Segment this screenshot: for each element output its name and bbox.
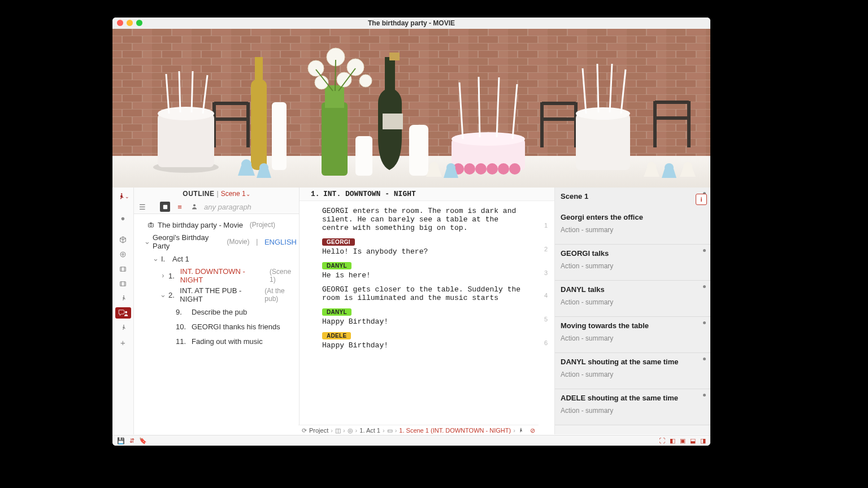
script-block[interactable]: DANYLHe is here!3 <box>300 256 554 280</box>
summary-card[interactable]: DANYL shouting at the same timeAction - … <box>555 353 710 389</box>
character-tag: DANYL <box>322 308 351 316</box>
script-block[interactable]: DANYLHappy Birthday!5 <box>300 302 554 326</box>
summary-card[interactable]: Moving towards the tableAction - summary <box>555 317 710 353</box>
tree-scene-2[interactable]: ⌄ 2. INT. AT THE PUB - NIGHT (At the pub… <box>136 285 297 304</box>
film-icon[interactable] <box>115 263 131 274</box>
svg-rect-32 <box>409 125 428 176</box>
script-block[interactable]: ADELEHappy Birthday!6 <box>300 326 554 350</box>
save-icon[interactable]: 💾 <box>117 437 125 445</box>
svg-point-35 <box>464 163 475 175</box>
stop-icon[interactable]: ⊘ <box>530 427 535 434</box>
sync-icon[interactable]: ⟳ <box>302 427 307 434</box>
cube-icon: ◫ <box>335 427 341 434</box>
script-block[interactable]: GEORGI enters the room. The room is dark… <box>300 201 554 232</box>
film-icon-2[interactable] <box>115 278 131 289</box>
info-button[interactable]: i <box>696 194 707 205</box>
language-button[interactable]: ENGLISH <box>264 238 297 246</box>
card-meta: Action - summary <box>561 371 705 378</box>
tree-beat[interactable]: 10. GEORGI thanks his friends <box>136 319 297 334</box>
summary-card[interactable]: Scene 1Georgi enters the officeAction - … <box>555 188 710 245</box>
card-status-dot <box>703 394 706 396</box>
dot-icon[interactable]: ● <box>115 212 131 224</box>
tree-screenplay[interactable]: ⌄ Georgi's Birthday Party (Movie) | ENGL… <box>136 232 297 251</box>
svg-rect-18 <box>322 102 348 176</box>
panel-left-icon[interactable]: ◧ <box>670 437 675 445</box>
card-meta: Action - summary <box>561 334 705 342</box>
chevron-down-icon[interactable]: ⌄ <box>160 290 166 299</box>
chevron-down-icon[interactable]: ⌄ <box>144 237 150 246</box>
card-subtitle: Georgi enters the office <box>561 213 705 221</box>
panel-right-icon[interactable]: ◨ <box>700 437 706 445</box>
tree-toggle-icon[interactable]: ⇵ <box>129 437 134 445</box>
tree-beat[interactable]: 9. Describe the pub <box>136 304 297 319</box>
dialogue-text: He is here! <box>322 271 524 280</box>
crumb-act[interactable]: 1. Act 1 <box>359 427 380 434</box>
bookmark-icon[interactable]: 🔖 <box>139 437 147 445</box>
speech-person-icon[interactable] <box>115 307 131 319</box>
script-body[interactable]: 1. INT. DOWNTOWN - NIGHT GEORGI enters t… <box>300 188 554 434</box>
card-title: ADELE shouting at the same time <box>561 394 705 402</box>
filter-card-icon[interactable] <box>160 202 170 212</box>
crumb-project[interactable]: Project <box>309 427 328 434</box>
scene-heading[interactable]: 1. INT. DOWNTOWN - NIGHT <box>300 188 554 201</box>
script-block[interactable]: GEORGIHello! Is anybody there?2 <box>300 232 554 256</box>
card-meta: Action - summary <box>561 407 705 415</box>
app-window: The birthday party - MOVIE <box>112 18 710 446</box>
block-number: 3 <box>544 269 548 276</box>
svg-point-59 <box>120 252 125 257</box>
tree-project[interactable]: The birthday party - Movie (Project) <box>136 217 297 232</box>
cards-panel: Scene 1Georgi enters the officeAction - … <box>555 188 710 434</box>
block-number: 5 <box>544 316 548 323</box>
svg-rect-30 <box>383 114 403 129</box>
target-icon[interactable] <box>115 249 131 260</box>
add-icon[interactable]: + <box>115 337 131 348</box>
svg-rect-9 <box>158 114 214 167</box>
summary-card[interactable]: DANYL talksAction - summary <box>555 281 710 317</box>
hero-image <box>112 29 710 188</box>
running-man-small-icon[interactable] <box>115 293 131 304</box>
svg-rect-31 <box>355 136 372 176</box>
svg-point-63 <box>123 295 124 297</box>
svg-rect-45 <box>576 114 630 170</box>
tree-act[interactable]: ⌄ I. Act 1 <box>136 251 297 266</box>
cube-icon[interactable] <box>115 234 131 245</box>
svg-point-37 <box>487 163 498 175</box>
summary-card[interactable]: ADELE shouting at the same timeAction - … <box>555 389 710 425</box>
tree-beat[interactable]: 11. Fading out with music <box>136 334 297 348</box>
svg-point-52 <box>259 163 268 172</box>
chevron-down-icon[interactable]: ⌄ <box>152 254 159 263</box>
dialogue-text: Happy Birthday! <box>322 341 524 350</box>
filter-lines-icon[interactable]: ≡ <box>175 202 185 212</box>
svg-point-69 <box>150 224 152 226</box>
minimize-window-icon[interactable] <box>127 20 133 26</box>
running-man-icon <box>518 428 523 433</box>
filter-person-icon[interactable] <box>189 202 199 212</box>
svg-rect-62 <box>120 281 126 286</box>
card-title: GEORGI talks <box>561 249 705 258</box>
tree-scene-1[interactable]: › 1. INT. DOWNTOWN - NIGHT (Scene 1) <box>136 266 297 285</box>
svg-point-53 <box>429 162 439 171</box>
script-panel: 1. INT. DOWNTOWN - NIGHT GEORGI enters t… <box>300 188 555 434</box>
crumb-scene[interactable]: 1. Scene 1 (INT. DOWNTOWN - NIGHT) <box>399 427 511 434</box>
titlebar: The birthday party - MOVIE <box>112 18 710 29</box>
dialogue-text: Happy Birthday! <box>322 317 524 326</box>
close-window-icon[interactable] <box>117 20 123 26</box>
card-meta: Action - summary <box>561 226 705 234</box>
outline-search[interactable]: any paragraph <box>204 203 296 211</box>
svg-point-51 <box>241 159 251 169</box>
hamburger-icon[interactable]: ☰ <box>137 202 147 212</box>
svg-point-60 <box>122 253 124 255</box>
panel-center-icon[interactable]: ▣ <box>680 437 685 445</box>
running-man-icon[interactable]: ⌄ <box>115 191 131 202</box>
fullscreen-icon[interactable]: ⛶ <box>659 437 665 445</box>
chevron-right-icon[interactable]: › <box>160 271 166 280</box>
svg-rect-15 <box>251 80 267 170</box>
zoom-window-icon[interactable] <box>136 20 142 26</box>
svg-rect-19 <box>325 85 344 108</box>
summary-card[interactable]: GEORGI talksAction - summary <box>555 245 710 281</box>
panel-bottom-icon[interactable]: ⬓ <box>690 437 696 445</box>
outline-header-scene[interactable]: Scene 1⌄ <box>221 190 250 198</box>
block-number: 6 <box>544 339 548 346</box>
running-man-small-icon-2[interactable] <box>115 322 131 333</box>
script-block[interactable]: GEORGI gets closer to the table. Suddenl… <box>300 280 554 302</box>
